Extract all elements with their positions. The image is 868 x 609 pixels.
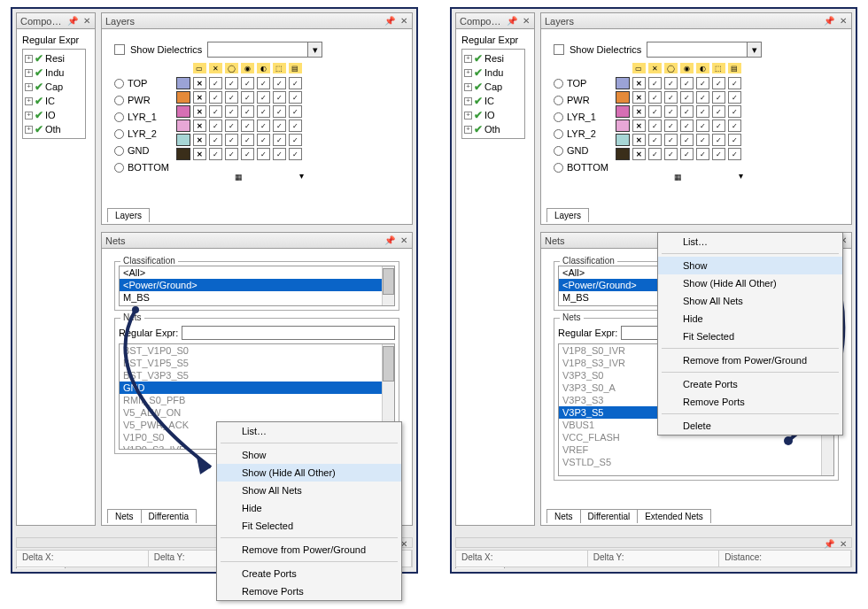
tree-item[interactable]: +✔Indu bbox=[464, 66, 523, 80]
visibility-checkbox[interactable] bbox=[209, 91, 222, 104]
menu-item-show[interactable]: Show bbox=[658, 257, 842, 274]
expand-icon[interactable]: + bbox=[25, 69, 33, 77]
visibility-checkbox[interactable] bbox=[289, 148, 302, 160]
visibility-checkbox[interactable] bbox=[664, 148, 678, 160]
layer-radio[interactable] bbox=[554, 96, 563, 105]
visibility-checkbox[interactable] bbox=[225, 91, 238, 104]
visibility-checkbox[interactable] bbox=[696, 105, 709, 118]
differential-tab[interactable]: Differential bbox=[581, 509, 639, 523]
close-icon[interactable]: ✕ bbox=[81, 14, 93, 27]
column-icon[interactable]: ◉ bbox=[680, 63, 694, 73]
layer-radio[interactable] bbox=[554, 112, 563, 122]
layer-row[interactable]: PWR bbox=[114, 93, 169, 107]
column-icon[interactable]: ▭ bbox=[632, 63, 646, 73]
visibility-checkbox[interactable] bbox=[273, 119, 286, 132]
menu-item-delete[interactable]: Delete bbox=[658, 417, 842, 435]
tree-item[interactable]: +✔Cap bbox=[25, 80, 83, 94]
color-swatch[interactable] bbox=[176, 134, 190, 146]
layers-header[interactable]: Layers 📌✕ bbox=[541, 13, 851, 29]
layer-radio[interactable] bbox=[114, 79, 124, 89]
dielectrics-combo[interactable]: ▾ bbox=[647, 42, 762, 58]
visibility-checkbox[interactable] bbox=[664, 119, 678, 132]
visibility-checkbox[interactable] bbox=[225, 148, 238, 160]
list-item[interactable]: M_CK bbox=[120, 304, 394, 306]
expand-icon[interactable]: + bbox=[25, 97, 33, 105]
close-icon[interactable]: ✕ bbox=[837, 14, 849, 27]
visibility-checkbox[interactable] bbox=[696, 148, 709, 160]
visibility-checkbox[interactable] bbox=[257, 77, 270, 89]
tree-item[interactable]: +✔IO bbox=[25, 108, 83, 122]
list-item[interactable]: BST_V1P5_S5 bbox=[120, 357, 394, 369]
layer-row[interactable]: BOTTOM bbox=[114, 160, 169, 174]
visibility-checkbox[interactable] bbox=[664, 134, 678, 146]
visibility-checkbox[interactable] bbox=[712, 119, 725, 132]
column-icon[interactable]: ▭ bbox=[193, 63, 206, 73]
scroll-down-icon[interactable]: ▾ bbox=[739, 171, 743, 181]
menu-item-show[interactable]: Show bbox=[217, 446, 401, 464]
components-header[interactable]: Compo… 📌 ✕ bbox=[17, 13, 95, 29]
visibility-checkbox[interactable] bbox=[664, 77, 678, 89]
close-icon[interactable]: ✕ bbox=[520, 14, 532, 27]
visibility-checkbox[interactable] bbox=[632, 105, 646, 118]
visibility-checkbox[interactable] bbox=[273, 134, 286, 146]
classification-listbox[interactable]: <All><Power/Ground>M_BSM_CK bbox=[119, 266, 395, 306]
visibility-checkbox[interactable] bbox=[193, 105, 206, 118]
list-item[interactable]: BST_V3P3_S5 bbox=[120, 369, 394, 382]
visibility-checkbox[interactable] bbox=[241, 91, 254, 104]
menu-item-remove-ports[interactable]: Remove Ports bbox=[217, 582, 401, 600]
visibility-checkbox[interactable] bbox=[696, 91, 709, 104]
column-icon[interactable]: ⬚ bbox=[712, 63, 725, 73]
tree-item[interactable]: +✔Oth bbox=[25, 122, 83, 136]
visibility-checkbox[interactable] bbox=[257, 91, 270, 104]
expand-icon[interactable]: + bbox=[25, 126, 33, 134]
layer-radio[interactable] bbox=[554, 129, 563, 139]
visibility-checkbox[interactable] bbox=[680, 77, 694, 89]
visibility-checkbox[interactable] bbox=[632, 119, 646, 132]
column-icon[interactable]: ◯ bbox=[225, 63, 238, 73]
layer-row[interactable]: BOTTOM bbox=[554, 160, 608, 174]
visibility-checkbox[interactable] bbox=[209, 134, 222, 146]
visibility-checkbox[interactable] bbox=[664, 105, 678, 118]
column-icon[interactable]: ▤ bbox=[728, 63, 741, 73]
extended-nets-tab[interactable]: Extended Nets bbox=[638, 509, 711, 523]
visibility-checkbox[interactable] bbox=[289, 134, 302, 146]
pin-icon[interactable]: 📌 bbox=[823, 14, 835, 27]
visibility-checkbox[interactable] bbox=[241, 77, 254, 89]
menu-item-remove-ports[interactable]: Remove Ports bbox=[658, 393, 842, 411]
pin-icon[interactable]: 📌 bbox=[66, 14, 79, 27]
tree-item[interactable]: +✔Oth bbox=[464, 122, 523, 136]
visibility-checkbox[interactable] bbox=[193, 77, 206, 89]
nets-tab[interactable]: Nets bbox=[546, 509, 581, 523]
layer-radio[interactable] bbox=[114, 163, 124, 173]
close-icon[interactable]: ✕ bbox=[398, 14, 410, 27]
layer-row[interactable]: LYR_1 bbox=[554, 110, 608, 124]
list-item[interactable]: M_BS bbox=[120, 291, 394, 304]
layer-radio[interactable] bbox=[554, 146, 563, 156]
menu-item-show-hide[interactable]: Show (Hide All Other) bbox=[217, 464, 401, 482]
visibility-checkbox[interactable] bbox=[257, 105, 270, 118]
list-item[interactable]: VSTLD_S5 bbox=[559, 456, 833, 468]
column-icon[interactable]: ◉ bbox=[241, 63, 254, 73]
visibility-checkbox[interactable] bbox=[632, 148, 646, 160]
visibility-checkbox[interactable] bbox=[696, 134, 709, 146]
scrollbar[interactable] bbox=[382, 266, 394, 305]
menu-item-list[interactable]: List… bbox=[658, 233, 842, 251]
visibility-checkbox[interactable] bbox=[225, 77, 238, 89]
pin-icon[interactable]: 📌 bbox=[384, 14, 396, 27]
pin-icon[interactable]: 📌 bbox=[823, 537, 835, 550]
tree-item[interactable]: +✔IO bbox=[464, 108, 523, 122]
menu-item-list[interactable]: List… bbox=[217, 422, 401, 440]
layer-row[interactable]: TOP bbox=[554, 76, 608, 90]
visibility-checkbox[interactable] bbox=[289, 105, 302, 118]
menu-item-hide[interactable]: Hide bbox=[658, 310, 842, 328]
layer-row[interactable]: TOP bbox=[114, 76, 169, 90]
color-swatch[interactable] bbox=[616, 91, 630, 104]
scroll-down-icon[interactable]: ▾ bbox=[299, 171, 304, 181]
color-swatch[interactable] bbox=[176, 148, 190, 160]
show-dielectrics-checkbox[interactable] bbox=[554, 44, 564, 55]
visibility-checkbox[interactable] bbox=[241, 148, 254, 160]
visibility-checkbox[interactable] bbox=[273, 148, 286, 160]
visibility-checkbox[interactable] bbox=[648, 105, 662, 118]
palette-icon[interactable]: ▦ bbox=[674, 173, 682, 181]
column-icon[interactable]: ▤ bbox=[289, 63, 302, 73]
